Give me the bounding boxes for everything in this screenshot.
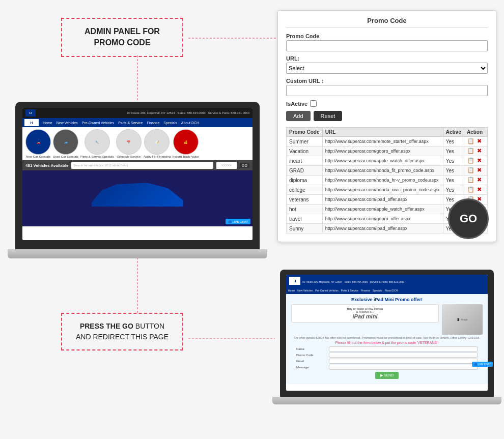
nav-home[interactable]: Home bbox=[43, 121, 52, 125]
trade-icon[interactable]: 💰 bbox=[173, 129, 199, 155]
used-car-icon[interactable]: 🚙 bbox=[53, 129, 78, 155]
col-promo-code: Promo Code bbox=[287, 128, 323, 137]
delete-icon[interactable]: ✖ bbox=[477, 177, 484, 184]
cell-url: http://www.supercar.com/ipad_offer.aspx bbox=[322, 224, 443, 233]
edit-icon[interactable]: 📋 bbox=[467, 186, 474, 193]
cell-active: Yes bbox=[443, 166, 464, 175]
live-chat-badge[interactable]: 🔵 LIVE CHAT bbox=[226, 219, 250, 224]
delete-icon[interactable]: ✖ bbox=[477, 167, 484, 174]
offer-nav-specials[interactable]: Specials bbox=[373, 289, 382, 292]
table-row: Vacation http://www.supercar.com/gopro_o… bbox=[287, 147, 488, 156]
nav-specials[interactable]: Specials bbox=[163, 121, 177, 125]
cell-action: 📋 ✖ bbox=[464, 166, 487, 175]
promo-code-input[interactable] bbox=[286, 40, 488, 51]
email-field[interactable] bbox=[329, 359, 478, 364]
admin-panel-label: ADMIN PANEL FOR PROMO CODE bbox=[61, 18, 183, 57]
offer-subtitle: Buy or lease a new Honda& receive a... bbox=[294, 307, 436, 313]
delete-icon[interactable]: ✖ bbox=[477, 186, 484, 193]
table-row: GRAD http://www.supercar.com/honda_fit_p… bbox=[287, 166, 488, 175]
parts-icon-col: 🔧 Parts & Service Specials bbox=[80, 129, 114, 158]
apply-icon[interactable]: 📝 bbox=[144, 129, 170, 155]
url-select[interactable]: Select bbox=[286, 63, 488, 74]
ipad-mini-text: iPad mini bbox=[294, 313, 436, 319]
laptop1-screen: H 90 Route 206, Hopewell, NY 12534 Sales… bbox=[22, 108, 253, 240]
nav-parts[interactable]: Parts & Service bbox=[118, 121, 143, 125]
send-button[interactable]: ▶ SEND bbox=[375, 372, 399, 379]
is-active-label: IsActive bbox=[286, 101, 307, 107]
cell-url: http://www.supercar.com/apple_watch_offe… bbox=[322, 156, 443, 166]
laptop2-body: H 90 Route 206, Hopewell, NY 12534 Sales… bbox=[280, 270, 494, 397]
offer-nav-preowned[interactable]: Pre-Owned Vehicles bbox=[315, 289, 338, 292]
nav-pre-owned[interactable]: Pre-Owned Vehicles bbox=[82, 121, 114, 125]
schedule-icon-col: 📅 Schedule Service bbox=[116, 129, 142, 158]
col-action: Action bbox=[464, 128, 487, 137]
cell-url: http://www.supercar.com/apple_watch_offe… bbox=[322, 204, 443, 214]
message-field-label: Message bbox=[296, 365, 327, 370]
schedule-icon[interactable]: 📅 bbox=[116, 129, 142, 155]
table-row: iheart http://www.supercar.com/apple_wat… bbox=[287, 156, 488, 166]
edit-icon[interactable]: 📋 bbox=[467, 138, 474, 145]
offer-nav-home[interactable]: Home bbox=[288, 289, 295, 292]
col-active: Active bbox=[443, 128, 464, 137]
press-go-label: PRESS THE GO BUTTON AND REDIRECT THIS PA… bbox=[61, 313, 183, 350]
cell-action: 📋 ✖ bbox=[464, 185, 487, 195]
nav-finance[interactable]: Finance bbox=[147, 121, 159, 125]
laptop2-live-chat[interactable]: 🔵 LIVE CHAT bbox=[472, 362, 488, 367]
offer-content: Exclusive iPad Mini Promo offer! Buy or … bbox=[286, 294, 488, 384]
go-button-small[interactable]: GO bbox=[240, 163, 249, 168]
message-field[interactable] bbox=[329, 365, 478, 370]
schedule-label: Schedule Service bbox=[117, 155, 141, 158]
table-row: college http://www.supercar.com/honda_ci… bbox=[287, 185, 488, 195]
cell-code: college bbox=[287, 185, 323, 195]
nav-new-vehicles[interactable]: New Vehicles bbox=[57, 121, 78, 125]
name-field[interactable] bbox=[329, 346, 478, 352]
cell-code: GRAD bbox=[287, 166, 323, 175]
logo-white-bg: H bbox=[24, 119, 39, 126]
cell-code: diploma bbox=[287, 175, 323, 185]
delete-icon[interactable]: ✖ bbox=[477, 157, 484, 164]
zip-box[interactable]: XXXXX bbox=[216, 162, 237, 169]
edit-icon[interactable]: 📋 bbox=[467, 157, 474, 164]
is-active-checkbox[interactable] bbox=[310, 100, 317, 107]
edit-icon[interactable]: 📋 bbox=[467, 167, 474, 174]
col-url: URL bbox=[322, 128, 443, 137]
edit-icon[interactable]: 📋 bbox=[467, 177, 474, 184]
offer-nav-new[interactable]: New Vehicles bbox=[297, 289, 313, 292]
car-image-area: 🔵 LIVE CHAT bbox=[22, 170, 253, 226]
offer-image: 📱 Image bbox=[442, 304, 483, 335]
new-car-icon-col: 🚗 New Car Specials bbox=[25, 129, 51, 158]
new-car-icon[interactable]: 🚗 bbox=[25, 129, 51, 155]
offer-nav-about[interactable]: About DCH bbox=[385, 289, 398, 292]
promo-field-label: Promo Code bbox=[296, 353, 327, 358]
offer-promo-note: For offer details $2978 No offer can be … bbox=[291, 336, 483, 339]
cell-url: http://www.supercar.com/honda_fit_promo_… bbox=[322, 166, 443, 175]
site-nav: H Home New Vehicles Pre-Owned Vehicles P… bbox=[22, 118, 253, 127]
cell-url: http://www.supercar.com/remote_starter_o… bbox=[322, 137, 443, 147]
go-button-overlay[interactable]: GO bbox=[448, 198, 489, 239]
promo-field[interactable] bbox=[329, 353, 478, 358]
laptop2-screen: H 90 Route 206, Hopewell, NY 12534 Sales… bbox=[286, 275, 488, 391]
offer-nav-finance[interactable]: Finance bbox=[361, 289, 370, 292]
cell-code: Sunny bbox=[287, 224, 323, 233]
offer-right: 📱 Image bbox=[442, 304, 483, 335]
offer-nav-parts[interactable]: Parts & Service bbox=[341, 289, 358, 292]
press-go-text: PRESS THE GO BUTTON AND REDIRECT THIS PA… bbox=[71, 321, 173, 342]
delete-icon[interactable]: ✖ bbox=[477, 138, 484, 145]
cell-active: Yes bbox=[443, 137, 464, 147]
offer-box: Buy or lease a new Honda& receive a... i… bbox=[291, 304, 439, 323]
nav-about[interactable]: About DCH bbox=[181, 121, 199, 125]
offer-title: Exclusive iPad Mini Promo offer! bbox=[291, 297, 483, 302]
cell-url: http://www.supercar.com/gopro_offer.aspx bbox=[322, 147, 443, 156]
cell-code: hot bbox=[287, 204, 323, 214]
reset-button[interactable]: Reset bbox=[314, 111, 343, 121]
cell-action: 📋 ✖ bbox=[464, 147, 487, 156]
delete-icon[interactable]: ✖ bbox=[477, 148, 484, 155]
new-car-label: New Car Specials bbox=[26, 155, 50, 158]
search-bar: Search for vehicle (ex: 2011 white Civic… bbox=[71, 162, 213, 169]
custom-url-input[interactable] bbox=[286, 85, 488, 96]
add-button[interactable]: Add bbox=[286, 111, 311, 121]
cell-code: travel bbox=[287, 214, 323, 224]
parts-icon[interactable]: 🔧 bbox=[85, 129, 110, 155]
cell-code: veterans bbox=[287, 195, 323, 204]
edit-icon[interactable]: 📋 bbox=[467, 148, 474, 155]
